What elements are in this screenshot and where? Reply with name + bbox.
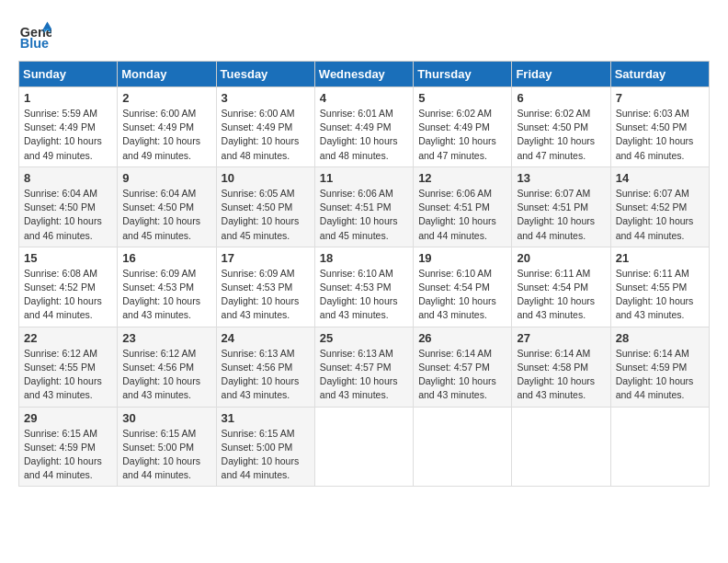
day-number: 15 [24,251,112,265]
calendar-week-3: 15 Sunrise: 6:08 AMSunset: 4:52 PMDaylig… [19,247,710,327]
day-number: 2 [122,91,210,105]
day-info: Sunrise: 6:07 AMSunset: 4:51 PMDaylight:… [517,188,595,241]
calendar-cell: 21 Sunrise: 6:11 AMSunset: 4:55 PMDaylig… [610,247,709,327]
day-info: Sunrise: 6:14 AMSunset: 4:57 PMDaylight:… [418,348,496,401]
weekday-header-thursday: Thursday [414,62,512,87]
calendar-cell: 1 Sunrise: 5:59 AMSunset: 4:49 PMDayligh… [19,87,118,167]
day-number: 8 [24,171,112,185]
day-number: 21 [616,251,704,265]
day-info: Sunrise: 6:13 AMSunset: 4:56 PMDaylight:… [222,348,300,401]
day-info: Sunrise: 6:09 AMSunset: 4:53 PMDaylight:… [122,268,200,321]
calendar-week-1: 1 Sunrise: 5:59 AMSunset: 4:49 PMDayligh… [19,87,710,167]
day-number: 1 [24,91,112,105]
calendar-cell: 29 Sunrise: 6:15 AMSunset: 4:59 PMDaylig… [19,407,118,487]
calendar-cell: 14 Sunrise: 6:07 AMSunset: 4:52 PMDaylig… [610,167,709,247]
day-number: 6 [517,91,605,105]
day-number: 24 [222,331,310,345]
day-info: Sunrise: 6:03 AMSunset: 4:50 PMDaylight:… [616,108,694,161]
calendar-cell: 8 Sunrise: 6:04 AMSunset: 4:50 PMDayligh… [19,167,118,247]
day-number: 26 [418,331,506,345]
weekday-header-tuesday: Tuesday [216,62,314,87]
calendar-cell: 10 Sunrise: 6:05 AMSunset: 4:50 PMDaylig… [216,167,314,247]
calendar-cell: 24 Sunrise: 6:13 AMSunset: 4:56 PMDaylig… [216,327,314,407]
day-info: Sunrise: 6:01 AMSunset: 4:49 PMDaylight:… [320,108,398,161]
day-info: Sunrise: 6:10 AMSunset: 4:54 PMDaylight:… [418,268,496,321]
day-info: Sunrise: 6:00 AMSunset: 4:49 PMDaylight:… [222,108,300,161]
calendar-header-row: SundayMondayTuesdayWednesdayThursdayFrid… [19,62,710,87]
day-info: Sunrise: 6:05 AMSunset: 4:50 PMDaylight:… [222,188,300,241]
calendar-cell [512,407,610,487]
calendar-cell [414,407,512,487]
calendar-cell: 11 Sunrise: 6:06 AMSunset: 4:51 PMDaylig… [314,167,413,247]
day-info: Sunrise: 6:12 AMSunset: 4:56 PMDaylight:… [122,348,200,401]
calendar-cell: 3 Sunrise: 6:00 AMSunset: 4:49 PMDayligh… [216,87,314,167]
day-number: 12 [418,171,506,185]
calendar-cell: 20 Sunrise: 6:11 AMSunset: 4:54 PMDaylig… [512,247,610,327]
day-number: 19 [418,251,506,265]
calendar-cell: 7 Sunrise: 6:03 AMSunset: 4:50 PMDayligh… [610,87,709,167]
day-info: Sunrise: 6:06 AMSunset: 4:51 PMDaylight:… [320,188,398,241]
day-info: Sunrise: 6:04 AMSunset: 4:50 PMDaylight:… [122,188,200,241]
calendar-cell: 13 Sunrise: 6:07 AMSunset: 4:51 PMDaylig… [512,167,610,247]
day-number: 27 [517,331,605,345]
calendar-week-4: 22 Sunrise: 6:12 AMSunset: 4:55 PMDaylig… [19,327,710,407]
day-info: Sunrise: 6:08 AMSunset: 4:52 PMDaylight:… [24,268,102,321]
day-info: Sunrise: 5:59 AMSunset: 4:49 PMDaylight:… [24,108,102,161]
calendar-cell [610,407,709,487]
day-number: 18 [320,251,408,265]
day-info: Sunrise: 6:10 AMSunset: 4:53 PMDaylight:… [320,268,398,321]
page-header: General Blue [18,18,710,52]
weekday-header-friday: Friday [512,62,610,87]
day-number: 30 [122,411,210,425]
day-number: 29 [24,411,112,425]
calendar-week-2: 8 Sunrise: 6:04 AMSunset: 4:50 PMDayligh… [19,167,710,247]
day-number: 25 [320,331,408,345]
day-number: 4 [320,91,408,105]
day-info: Sunrise: 6:11 AMSunset: 4:55 PMDaylight:… [616,268,694,321]
calendar-cell: 19 Sunrise: 6:10 AMSunset: 4:54 PMDaylig… [414,247,512,327]
logo: General Blue [18,18,55,52]
calendar-cell: 26 Sunrise: 6:14 AMSunset: 4:57 PMDaylig… [414,327,512,407]
day-info: Sunrise: 6:09 AMSunset: 4:53 PMDaylight:… [222,268,300,321]
calendar-cell: 5 Sunrise: 6:02 AMSunset: 4:49 PMDayligh… [414,87,512,167]
day-info: Sunrise: 6:15 AMSunset: 5:00 PMDaylight:… [222,428,300,481]
weekday-header-sunday: Sunday [19,62,118,87]
day-info: Sunrise: 6:00 AMSunset: 4:49 PMDaylight:… [122,108,200,161]
day-info: Sunrise: 6:04 AMSunset: 4:50 PMDaylight:… [24,188,102,241]
day-info: Sunrise: 6:06 AMSunset: 4:51 PMDaylight:… [418,188,496,241]
weekday-header-saturday: Saturday [610,62,709,87]
day-info: Sunrise: 6:14 AMSunset: 4:59 PMDaylight:… [616,348,694,401]
weekday-header-wednesday: Wednesday [314,62,413,87]
calendar-cell: 25 Sunrise: 6:13 AMSunset: 4:57 PMDaylig… [314,327,413,407]
calendar-cell: 27 Sunrise: 6:14 AMSunset: 4:58 PMDaylig… [512,327,610,407]
day-number: 20 [517,251,605,265]
calendar-cell: 15 Sunrise: 6:08 AMSunset: 4:52 PMDaylig… [19,247,118,327]
day-number: 3 [222,91,310,105]
day-number: 5 [418,91,506,105]
svg-text:Blue: Blue [20,36,49,51]
calendar-cell: 30 Sunrise: 6:15 AMSunset: 5:00 PMDaylig… [118,407,216,487]
calendar-cell: 17 Sunrise: 6:09 AMSunset: 4:53 PMDaylig… [216,247,314,327]
calendar-cell: 22 Sunrise: 6:12 AMSunset: 4:55 PMDaylig… [19,327,118,407]
logo-icon: General Blue [18,18,51,52]
day-number: 10 [222,171,310,185]
day-number: 16 [122,251,210,265]
day-info: Sunrise: 6:11 AMSunset: 4:54 PMDaylight:… [517,268,595,321]
calendar-cell: 16 Sunrise: 6:09 AMSunset: 4:53 PMDaylig… [118,247,216,327]
day-number: 14 [616,171,704,185]
calendar-cell: 12 Sunrise: 6:06 AMSunset: 4:51 PMDaylig… [414,167,512,247]
day-info: Sunrise: 6:13 AMSunset: 4:57 PMDaylight:… [320,348,398,401]
calendar-table: SundayMondayTuesdayWednesdayThursdayFrid… [18,61,710,487]
day-number: 17 [222,251,310,265]
day-info: Sunrise: 6:15 AMSunset: 5:00 PMDaylight:… [122,428,200,481]
day-info: Sunrise: 6:02 AMSunset: 4:49 PMDaylight:… [418,108,496,161]
day-info: Sunrise: 6:02 AMSunset: 4:50 PMDaylight:… [517,108,595,161]
day-number: 23 [122,331,210,345]
day-number: 22 [24,331,112,345]
day-number: 28 [616,331,704,345]
calendar-week-5: 29 Sunrise: 6:15 AMSunset: 4:59 PMDaylig… [19,407,710,487]
calendar-cell: 28 Sunrise: 6:14 AMSunset: 4:59 PMDaylig… [610,327,709,407]
day-info: Sunrise: 6:14 AMSunset: 4:58 PMDaylight:… [517,348,595,401]
day-info: Sunrise: 6:12 AMSunset: 4:55 PMDaylight:… [24,348,102,401]
day-number: 11 [320,171,408,185]
